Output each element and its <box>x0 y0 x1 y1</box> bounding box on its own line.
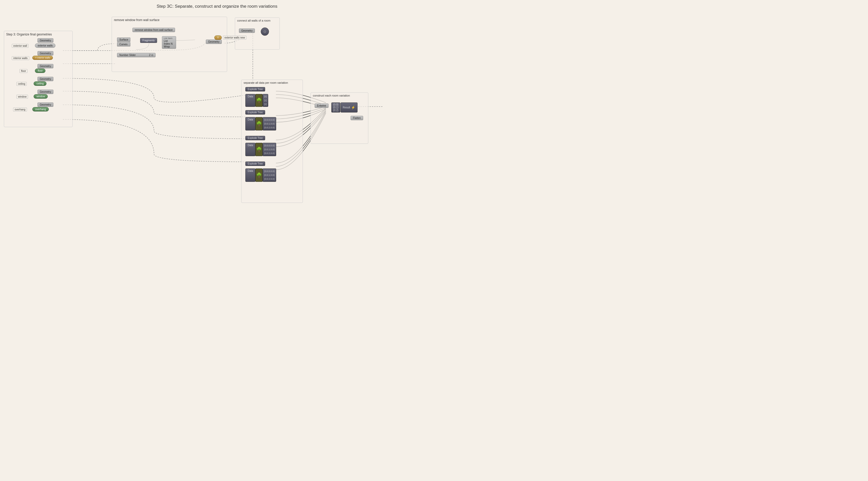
data-outputs-4: {0;0;0;0;0} {0;0;1;0;0} {0;0;2;0;0} <box>262 169 276 182</box>
main-title: Step 3C: Separate, construct and organiz… <box>0 4 434 9</box>
data-icon-3: 🌳 <box>255 143 262 156</box>
data-outputs-1: [0] [1] [2] <box>262 94 268 107</box>
number-slider[interactable]: Number Slider 2 ⊙ <box>117 53 156 57</box>
explode-tree-1[interactable]: Explode Tree <box>245 87 265 91</box>
entwine-node[interactable]: Entwine <box>315 103 329 108</box>
explode-tree-2[interactable]: Explode Tree <box>245 110 265 115</box>
data-block-3: Data 🌳 {0;0;0;0;0} {0;0;1;0;0} {0;0;2;0;… <box>245 143 276 156</box>
y-param-exterior[interactable]: Y <box>214 35 222 40</box>
floor-label: floor <box>20 69 27 73</box>
geometry-node-1: Geometry <box>37 38 53 42</box>
geometry-node-2: Geometry <box>37 51 53 56</box>
construct-room-panel: construct each room variation Entwine {0… <box>311 92 368 144</box>
data-outputs-2: {0;0;0;0;0} {0;0;1;0;0} {0;0;2;0;0} <box>262 117 276 130</box>
fragments-node[interactable]: Fragments <box>140 38 157 43</box>
flatten-node[interactable]: Flatten <box>350 116 363 120</box>
window-label: window <box>17 95 28 99</box>
remove-window-panel: remove window from wall surface Surface … <box>112 17 227 72</box>
data-label-1[interactable]: Data <box>245 94 255 107</box>
geometry-node-3: Geometry <box>37 64 53 68</box>
geometry-node-4: Geometry <box>37 77 53 81</box>
circle-node[interactable]: ⊙ <box>261 28 269 36</box>
data-block-1: Data 🌳 [0] [1] [2] <box>245 94 268 107</box>
geometry-connect: Geometry <box>239 29 255 33</box>
overhang-label: overhang <box>13 108 27 112</box>
connect-walls-panel: connect all walls of a room Geometry ⊙ <box>235 18 280 50</box>
data-block-4: Data 🌳 {0;0;0;0;0} {0;0;1;0;0} {0;0;2;0;… <box>245 169 276 182</box>
explode-tree-3[interactable]: Explode Tree <box>245 136 265 140</box>
exterior-walls-new-area: Y exterior walls new <box>214 35 245 40</box>
remove-window-label: remove window from wall surface <box>112 17 227 23</box>
data-label-4[interactable]: Data <box>245 169 255 182</box>
result-outputs: {0;0} {0;1} {0;2} <box>331 102 340 113</box>
exterior-walls-param[interactable]: exterior walls <box>35 43 56 48</box>
data-label-3[interactable]: Data <box>245 143 255 156</box>
floor-param[interactable]: floor <box>35 68 45 73</box>
interior-walls-label: interior walls <box>12 56 29 60</box>
overhang-param[interactable]: overhang <box>32 107 49 112</box>
step3-organize-panel: Step 3: Organize final geometries Geomet… <box>4 31 73 127</box>
surface-label: Surface <box>117 37 130 42</box>
connect-walls-label: connect all walls of a room <box>235 18 279 23</box>
separate-data-label: separate all data per room variation <box>242 80 303 86</box>
data-block-2: Data 🌳 {0;0;0;0;0} {0;0;1;0;0} {0;0;2;0;… <box>245 117 276 130</box>
ceiling-label: ceiling <box>17 82 27 86</box>
exterior-wall-label: exterior wall <box>12 44 29 48</box>
result-node[interactable]: Result ⚡ <box>341 102 358 113</box>
step3-organize-label: Step 3: Organize final geometries <box>4 31 72 38</box>
exterior-walls-new-label: exterior walls new <box>223 36 246 39</box>
data-label-2[interactable]: Data <box>245 117 255 130</box>
geometry-node-6: Geometry <box>37 102 53 107</box>
geometry-output-rw: Geometry <box>206 39 222 44</box>
separate-data-panel: separate all data per room variation Exp… <box>241 80 303 203</box>
interior-walls-param[interactable]: Y interior walls <box>32 56 53 60</box>
data-outputs-3: {0;0;0;0;0} {0;0;1;0;0} {0;0;2;0;0} <box>262 143 276 156</box>
list-item-node[interactable]: List Item List Index N Wrap <box>162 36 176 49</box>
window-param[interactable]: window <box>34 94 48 99</box>
data-icon-4: 🌳 <box>255 169 262 182</box>
curves-label: Curves <box>117 42 130 47</box>
data-icon-2: 🌳 <box>255 117 262 130</box>
ceiling-param[interactable]: ceiling <box>34 82 46 86</box>
construct-room-label: construct each room variation <box>311 93 368 98</box>
remove-window-inner-label: remove window from wall surface <box>132 28 175 32</box>
explode-tree-4[interactable]: Explode Tree <box>245 161 265 166</box>
result-area: {0;0} {0;1} {0;2} Result ⚡ <box>331 102 358 113</box>
geometry-node-5: Geometry <box>37 90 53 94</box>
data-icon-1: 🌳 <box>255 94 262 107</box>
